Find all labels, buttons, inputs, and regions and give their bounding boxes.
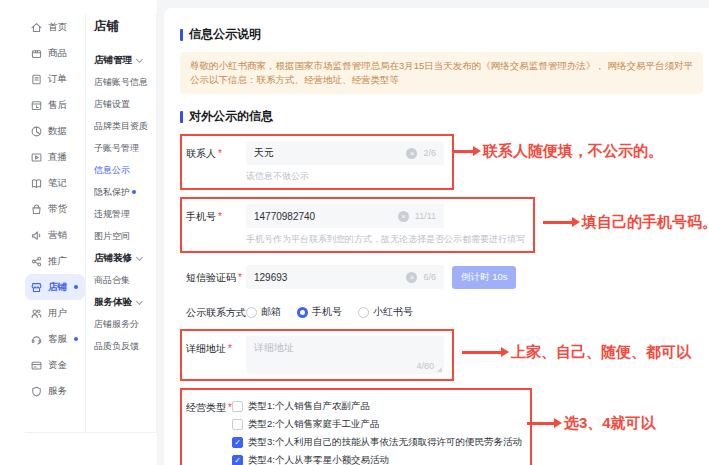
contact-control: × 2/6 该信息不做公示 [246,141,444,183]
secondary-sidebar-item-2[interactable]: 店铺设置 [94,93,156,115]
phone-label: 手机号* [186,204,246,224]
business-type-option-1[interactable]: 类型1:个人销售自产农副产品 [232,400,522,413]
secondary-sidebar-item-8[interactable]: 图片空间 [94,225,156,247]
radio-icon[interactable] [246,307,257,318]
sms-code-input[interactable]: × 6/6 [246,265,444,289]
sidebar-item-funds[interactable]: 资金 [25,352,85,378]
checkbox-checked-icon[interactable]: ✓ [232,455,243,465]
sidebar-item-promotion[interactable]: 推广 [25,248,85,274]
clear-icon[interactable]: × [406,148,417,159]
contact-counter: 2/6 [423,148,436,158]
sidebar-item-service[interactable]: 服务 [25,378,85,404]
sidebar-item-label: 信息公示 [94,164,130,177]
annotation-address-text: 上家、自己、随便、都可以 [511,343,691,362]
sidebar-item-goods[interactable]: 商品 [25,40,85,66]
contact-method-options: 邮箱手机号小红书号 [246,300,413,319]
contact-input-field[interactable] [254,148,402,159]
business-type-option-2[interactable]: 类型2:个人销售家庭手工业产品 [232,418,522,431]
secondary-sidebar-item-0[interactable]: 店铺管理 [94,49,156,71]
contact-input[interactable]: × 2/6 [246,141,444,165]
sidebar-item-users[interactable]: 用户 [25,300,85,326]
annotation-contact-text: 联系人随便填，不公示的。 [483,142,663,161]
sidebar-item-live[interactable]: 直播 [25,144,85,170]
address-highlight-box: 详细地址* 详细地址 4/80 [180,329,454,381]
sidebar-item-data[interactable]: 数据 [25,118,85,144]
address-label-text: 详细地址 [186,343,226,354]
contact-method-option-0[interactable]: 邮箱 [246,305,281,319]
sidebar-item-home[interactable]: 首页 [25,14,85,40]
sidebar-item-customer-service[interactable]: 客服 [25,326,85,352]
checkbox-icon[interactable] [232,419,243,430]
red-arrow-icon [527,422,555,425]
sidebar-item-label: 用户 [48,307,67,320]
data-icon [30,125,43,138]
checkbox-option-label: 类型2:个人销售家庭手工业产品 [248,418,379,431]
resize-handle-icon[interactable] [437,367,442,372]
secondary-sidebar-item-11[interactable]: 服务体验 [94,291,156,313]
secondary-sidebar-item-10[interactable]: 商品合集 [94,269,156,291]
marketing-icon [30,229,43,242]
contact-helper: 该信息不做公示 [246,170,444,183]
business-type-label-text: 经营类型 [186,402,226,413]
sidebar-item-notes[interactable]: 笔记 [25,170,85,196]
secondary-sidebar-item-5[interactable]: 信息公示 [94,159,156,181]
secondary-sidebar-item-13[interactable]: 品质负反馈 [94,335,156,357]
contact-method-option-1[interactable]: 手机号 [297,305,342,319]
secondary-sidebar-item-12[interactable]: 店铺服务分 [94,313,156,335]
main-panel: 信息公示说明 尊敬的小红书商家，根据国家市场监督管理总局在3月15日当天发布的《… [164,8,709,465]
sidebar-item-label: 品质负反馈 [94,340,139,353]
secondary-sidebar-item-1[interactable]: 店铺账号信息 [94,71,156,93]
clear-icon[interactable]: × [398,211,409,222]
contact-method-option-2[interactable]: 小红书号 [358,305,413,319]
sidebar-item-label: 店铺管理 [94,54,132,67]
sms-code-input-field[interactable] [254,272,402,283]
secondary-sidebar-item-7[interactable]: 违规管理 [94,203,156,225]
sidebar-item-shop[interactable]: 店铺 [25,274,85,300]
sms-code-label: 短信验证码* [186,265,246,285]
secondary-sidebar-item-3[interactable]: 品牌类目资质 [94,115,156,137]
sidebar-item-marketing[interactable]: 营销 [25,222,85,248]
chevron-down-icon [136,55,143,62]
required-mark: * [238,272,242,283]
notice-section-title: 信息公示说明 [189,26,261,43]
notes-icon [30,177,43,190]
business-type-option-4[interactable]: ✓类型4:个人从事零星小额交易活动 [232,454,522,465]
business-type-option-3[interactable]: ✓类型3:个人利用自己的技能从事依法无须取得许可的便民劳务活动 [232,436,522,449]
sidebar-item-carry-goods[interactable]: 带货 [25,196,85,222]
contact-label-text: 联系人 [186,148,216,159]
sidebar-item-orders[interactable]: 订单 [25,66,85,92]
phone-input[interactable]: × 11/11 [246,204,444,228]
promotion-icon [30,255,43,268]
notification-dot [132,190,136,194]
secondary-sidebar-item-6[interactable]: 隐私保护 [94,181,156,203]
required-mark: * [228,343,232,354]
form-section-title: 对外公示的信息 [189,108,273,125]
phone-input-field[interactable] [254,211,394,222]
contact-method-label-text: 公示联系方式 [186,307,246,318]
business-type-options: 类型1:个人销售自产农副产品类型2:个人销售家庭手工业产品✓类型3:个人利用自己… [232,395,522,465]
service-icon [30,385,43,398]
checkbox-checked-icon[interactable]: ✓ [232,437,243,448]
radio-option-label: 手机号 [312,305,342,319]
countdown-button[interactable]: 倒计时 10s [452,266,516,289]
sidebar-item-label: 违规管理 [94,208,130,221]
radio-option-label: 邮箱 [261,305,281,319]
address-textarea[interactable]: 详细地址 [246,336,444,374]
checkbox-icon[interactable] [232,401,243,412]
clear-icon[interactable]: × [406,272,417,283]
sidebar-item-label: 首页 [48,21,67,34]
sidebar-item-aftersales[interactable]: 售后 [25,92,85,118]
sidebar-item-label: 营销 [48,229,67,242]
sidebar-item-label: 店铺装修 [94,252,132,265]
address-row: 详细地址* 详细地址 4/80 上家、自己、随便、都可以 [180,329,709,381]
sidebar-item-label: 带货 [48,203,67,216]
sidebar-item-label: 品牌类目资质 [94,120,148,133]
sidebar-item-label: 订单 [48,73,67,86]
secondary-sidebar-item-9[interactable]: 店铺装修 [94,247,156,269]
radio-selected-icon[interactable] [297,307,308,318]
radio-icon[interactable] [358,307,369,318]
secondary-sidebar-item-4[interactable]: 子账号管理 [94,137,156,159]
checkbox-option-label: 类型1:个人销售自产农副产品 [248,400,370,413]
sidebar-item-label: 推广 [48,255,67,268]
address-textarea-wrap: 详细地址 4/80 [246,336,444,374]
